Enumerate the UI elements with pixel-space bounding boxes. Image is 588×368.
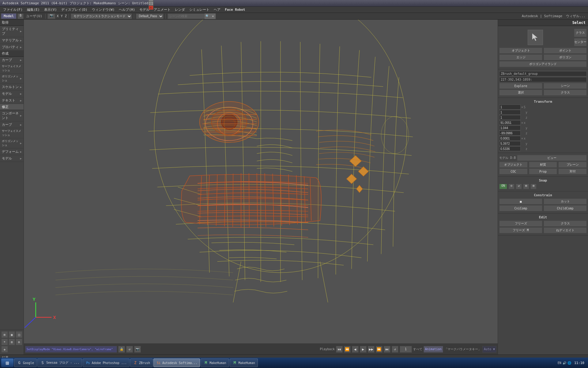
tsu-button[interactable]: 対付 (558, 168, 587, 174)
coc-button[interactable]: COC (499, 168, 528, 174)
menu-window[interactable]: ウィンドウ(W) (90, 7, 117, 13)
prop-button[interactable]: Prop (529, 168, 557, 174)
t2-y-input[interactable] (499, 125, 521, 130)
pass-select[interactable]: Default_Pass (136, 13, 164, 19)
camera-icon[interactable]: 📷 (47, 13, 55, 19)
menu-simulate[interactable]: シミュレート (187, 7, 211, 13)
taskbar-softimage[interactable]: Si Autodesk Softima... (153, 358, 200, 367)
menu-render[interactable]: レンダ (173, 7, 187, 13)
menu-face-robot[interactable]: Face Robot (223, 7, 247, 12)
t3-x-input[interactable] (499, 136, 521, 141)
menu-model[interactable]: モデル (138, 7, 151, 13)
object2-button[interactable]: オブジェクト (499, 162, 528, 168)
class-button[interactable]: クラス (574, 29, 587, 37)
component-button[interactable]: コンポーネント▶ (0, 110, 24, 121)
animation-btn[interactable]: Animation (424, 346, 443, 353)
edge-button[interactable]: エッジ (499, 54, 542, 60)
search-close-icon[interactable]: ✕ (210, 13, 216, 19)
taskbar-photoshop[interactable]: Ps Adobe Photoshop ... (83, 358, 129, 367)
snap-icon-4[interactable]: ⊞ (530, 184, 537, 189)
curve-modify-button[interactable]: カーブ▶ (0, 121, 24, 128)
taskbar-makehuman1[interactable]: M MakeHuman (201, 358, 229, 367)
menu-help[interactable]: ヘルプ(H) (117, 7, 137, 13)
t3-y-input[interactable] (499, 141, 521, 146)
t2-x-close[interactable]: × (521, 121, 523, 125)
menu-edit[interactable]: 編集(E) (25, 7, 42, 13)
grid-icon[interactable]: ⊞ (9, 339, 15, 345)
nav-icon[interactable]: ✥ (1, 346, 8, 353)
surface-mesh-button[interactable]: サーフェイスメッシュ (0, 63, 24, 74)
freeze-m-button[interactable]: フリーズ M (499, 227, 542, 233)
cut-button[interactable]: カット (544, 198, 587, 205)
class4-button[interactable]: クラス (544, 90, 587, 96)
refresh-icon[interactable]: ↺ (126, 346, 133, 353)
start-button[interactable]: ⊞ (1, 358, 13, 367)
freeze-button[interactable]: フリーズ (499, 220, 542, 227)
snap-icon-1[interactable]: ⊙ (508, 184, 514, 189)
t2-x-input[interactable] (499, 120, 521, 125)
deform-button[interactable]: デフォーム▶ (0, 148, 24, 155)
polygon-mesh-modify-button[interactable]: ポリゴンメッシュ▶ (0, 138, 24, 148)
primitive-button[interactable]: プリミティブ▶ (0, 26, 24, 37)
polygon-button[interactable]: ポリゴン (544, 54, 587, 60)
select-button[interactable]: 選択 (499, 90, 542, 96)
menu-display[interactable]: ディスプレイ(D) (59, 7, 89, 13)
taskbar-seesaa[interactable]: S Seesaa ブログ - ... (37, 358, 82, 367)
curve-button[interactable]: カーブ▶ (0, 57, 24, 63)
menu-hair[interactable]: ヘア (212, 7, 222, 13)
maximize-button[interactable]: □ (149, 1, 153, 6)
t1-x-input[interactable] (499, 105, 521, 109)
scene-button[interactable]: シーン (544, 83, 587, 89)
taskbar-makehuman2[interactable]: M MakeHuman (230, 358, 258, 367)
taskbar-zbrush[interactable]: Z ZBrush (130, 358, 153, 367)
center-button[interactable]: センター (574, 38, 587, 47)
modify-section[interactable]: 修正 (0, 104, 24, 110)
class5-button[interactable]: クラス (544, 220, 587, 227)
model-create-button[interactable]: モデル▶ (0, 90, 24, 97)
hide-edit-button[interactable]: ねディエイト (544, 227, 587, 233)
frame-input[interactable]: 1 (400, 346, 412, 353)
view-icon-3[interactable]: ◫ (16, 331, 22, 338)
object-button[interactable]: オブジェクト (499, 48, 542, 54)
search-icon[interactable]: 🔍 (205, 13, 210, 19)
settings-icon[interactable]: ⚙ (16, 339, 22, 345)
t2-z-input[interactable] (499, 131, 521, 136)
next-key-btn[interactable]: ▶▶ (368, 346, 375, 353)
b-button[interactable]: B (17, 13, 24, 19)
view-mode-button[interactable]: ビュー (517, 155, 587, 161)
menu-view[interactable]: 表示(V) (42, 7, 59, 13)
t1-x-close[interactable]: × (521, 105, 523, 109)
loop-btn[interactable]: ↺ (392, 346, 398, 353)
snap-icon-2[interactable]: ↺ (516, 184, 522, 189)
plane-button[interactable]: プレーン (558, 162, 587, 168)
surface-mesh-modify-button[interactable]: サーフェイスメッシュ (0, 128, 24, 138)
polygon-mesh-button[interactable]: ポリゴンメッシュ▶ (0, 74, 24, 84)
view-icon-1[interactable]: ⊞ (1, 331, 8, 338)
construction-mode-select[interactable]: モデリングコンストラクションモード (71, 13, 132, 19)
prev-frame-btn[interactable]: ⏪ (344, 346, 351, 353)
lock-icon[interactable]: 🔒 (118, 346, 125, 353)
viewport[interactable]: X Y Z SetDisplayMode "Views.View8.UserCa… (24, 20, 498, 355)
create-section[interactable]: 作成 (0, 51, 24, 57)
rewind-start-btn[interactable]: ⏮ (336, 346, 343, 353)
t3-x-close[interactable]: × (521, 137, 523, 140)
explore-button[interactable]: Explore (499, 83, 542, 89)
polygon-island-button[interactable]: ポリゴンアイランド (499, 61, 587, 67)
next-frame-btn[interactable]: ⏩ (376, 346, 383, 353)
point-button[interactable]: ポイント (544, 48, 587, 54)
childcomp-button[interactable]: ChildComp (544, 205, 587, 211)
prev-key-btn[interactable]: ◀ (352, 346, 359, 353)
property-button[interactable]: プロパティ▶ (0, 44, 24, 51)
skeleton-button[interactable]: スケルトン▶ (0, 84, 24, 90)
t1-z-input[interactable] (499, 115, 521, 120)
scene-search-input[interactable] (168, 14, 205, 18)
play-btn[interactable]: ▶ (360, 346, 367, 353)
model-modify-button[interactable]: モデル▶ (0, 155, 24, 162)
material2-button[interactable]: 材質 (529, 162, 557, 168)
get-section[interactable]: 取得 (0, 20, 24, 26)
material-button[interactable]: マテリアル▶ (0, 37, 24, 44)
black-button[interactable]: ■ (499, 198, 542, 205)
taskbar-google[interactable]: G Google (14, 358, 37, 367)
t3-z-input[interactable] (499, 146, 521, 151)
fwd-end-btn[interactable]: ⏭ (384, 346, 390, 353)
